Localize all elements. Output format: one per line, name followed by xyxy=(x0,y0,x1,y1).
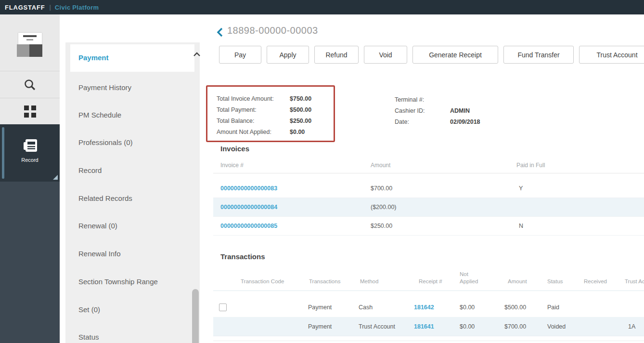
transactions-bottom-divider xyxy=(213,341,644,341)
total-payment-row: Total Payment: $500.00 xyxy=(217,104,311,115)
top-bar: FLAGSTAFF | Civic Platform xyxy=(0,0,644,14)
pay-button[interactable]: Pay xyxy=(219,46,261,64)
nav-item-label: Payment xyxy=(78,53,109,62)
rail-dark-fill xyxy=(0,182,60,343)
transaction-amount: $500.00 xyxy=(504,298,526,317)
transaction-status: Paid xyxy=(547,298,559,317)
total-value: $0.00 xyxy=(290,129,305,135)
date-row: Date: 02/09/2018 xyxy=(395,116,480,127)
payment-toolbar: Pay Apply Refund Void Generate Receipt F… xyxy=(219,46,644,64)
total-value: $250.00 xyxy=(290,118,311,124)
total-label: Amount Not Applied: xyxy=(217,129,290,135)
transaction-type: Payment xyxy=(308,317,332,336)
amount-column-header: Amount xyxy=(508,278,527,285)
nav-item-renewal[interactable]: Renewal (0) xyxy=(78,221,117,231)
meta-label: Date: xyxy=(395,119,450,125)
invoices-header-divider xyxy=(213,173,644,173)
transaction-amount: $700.00 xyxy=(504,317,526,336)
not-applied-value: $0.00 xyxy=(460,317,475,336)
total-label: Total Invoice Amount: xyxy=(217,95,290,102)
transactions-header-divider xyxy=(213,290,644,291)
nav-item-related-records[interactable]: Related Records xyxy=(78,194,132,203)
apply-button[interactable]: Apply xyxy=(267,46,309,64)
status-column-header: Status xyxy=(547,278,563,285)
icon-rail: Record xyxy=(0,14,60,343)
nav-scrollbar[interactable] xyxy=(192,289,199,343)
fund-transfer-button[interactable]: Fund Transfer xyxy=(503,46,574,64)
apps-grid-icon[interactable] xyxy=(0,98,60,125)
record-tile-label: Record xyxy=(0,157,60,163)
logo-block-shape xyxy=(17,44,42,57)
meta-label: Cashier ID: xyxy=(395,107,450,114)
invoice-number-column-header: Invoice # xyxy=(220,162,244,169)
transactions-header-row: Transaction Code Transactions Method Rec… xyxy=(0,265,644,288)
receipt-link[interactable]: 181641 xyxy=(414,317,434,336)
receipt-number-column-header: Receipt # xyxy=(419,278,445,285)
paid-in-full-column-header: Paid in Full xyxy=(516,162,545,169)
terminal-row: Terminal #: xyxy=(395,94,480,105)
meta-value: ADMIN xyxy=(450,107,470,114)
invoice-link[interactable]: 00000000000000083 xyxy=(220,179,277,198)
nav-item-pm-schedule[interactable]: PM Schedule xyxy=(78,110,121,120)
civic-platform-window: FLAGSTAFF | Civic Platform xyxy=(0,0,644,343)
meta-value: 02/09/2018 xyxy=(450,119,480,125)
tile-corner-handle xyxy=(53,175,58,180)
generate-receipt-button[interactable]: Generate Receipt xyxy=(412,46,498,64)
transactions-column-header: Transactions xyxy=(309,278,340,285)
total-invoice-amount-row: Total Invoice Amount: $750.00 xyxy=(217,93,311,104)
cashier-id-row: Cashier ID: ADMIN xyxy=(395,105,480,116)
launchpad-logo-icon[interactable] xyxy=(0,26,60,71)
active-stripe xyxy=(2,127,4,179)
refund-button[interactable]: Refund xyxy=(314,46,359,64)
invoice-amount: ($200.00) xyxy=(371,198,397,217)
search-icon[interactable] xyxy=(0,71,60,98)
transaction-row: Payment Cash 181642 $0.00 $500.00 Paid xyxy=(213,298,644,317)
amount-not-applied-row: Amount Not Applied: $0.00 xyxy=(217,126,311,137)
receipt-link[interactable]: 181642 xyxy=(414,298,434,317)
not-applied-column-header: Not Applied xyxy=(460,271,484,285)
grid-glyph xyxy=(24,106,36,118)
invoice-link[interactable]: 00000000000000085 xyxy=(220,217,277,236)
meta-label: Terminal #: xyxy=(395,96,450,103)
payment-totals: Total Invoice Amount: $750.00 Total Paym… xyxy=(217,93,311,137)
not-applied-value: $0.00 xyxy=(460,298,475,317)
nav-item-payment-history[interactable]: Payment History xyxy=(78,83,131,92)
nav-item-set[interactable]: Set (0) xyxy=(78,305,100,315)
invoice-link[interactable]: 00000000000000084 xyxy=(220,198,277,217)
sidebar-item-record-active[interactable]: Record xyxy=(0,124,60,182)
invoice-paid-flag: N xyxy=(519,217,523,236)
nav-item-record[interactable]: Record xyxy=(78,166,102,175)
record-nav-panel: Payment Payment History PM Schedule Prof… xyxy=(65,42,200,343)
back-chevron-icon[interactable] xyxy=(217,27,223,37)
invoices-section-title: Invoices xyxy=(220,145,249,153)
amount-column-header: Amount xyxy=(371,162,390,169)
total-label: Total Payment: xyxy=(217,106,290,113)
agency-brand: FLAGSTAFF xyxy=(5,4,45,11)
invoice-amount: $700.00 xyxy=(371,179,392,198)
brand-separator: | xyxy=(50,4,51,11)
invoice-row: 00000000000000084 ($200.00) xyxy=(213,198,644,217)
nav-item-payment-active[interactable]: Payment xyxy=(70,44,194,72)
nav-item-professionals[interactable]: Professionals (0) xyxy=(78,138,133,147)
trust-account-button[interactable]: Trust Account xyxy=(579,46,644,64)
product-name: Civic Platform xyxy=(55,4,99,11)
total-label: Total Balance: xyxy=(217,118,290,124)
invoice-amount: $250.00 xyxy=(371,217,392,236)
transaction-row: Payment Trust Account 181641 $0.00 $700.… xyxy=(213,317,644,336)
invoice-row: 00000000000000083 $700.00 Y xyxy=(213,179,644,198)
trust-account-column-header: Trust Account xyxy=(625,278,644,285)
record-file-icon xyxy=(21,137,39,155)
magnifier-glyph xyxy=(23,78,37,92)
nav-item-renewal-info[interactable]: Renewal Info xyxy=(78,249,121,259)
logo-card-shape xyxy=(18,33,42,44)
transaction-checkbox[interactable] xyxy=(219,303,227,311)
received-column-header: Received xyxy=(584,278,607,285)
trust-value: 1A xyxy=(628,317,635,336)
transaction-type: Payment xyxy=(308,298,332,317)
nav-item-status[interactable]: Status xyxy=(78,332,99,342)
total-value: $750.00 xyxy=(290,95,311,102)
total-value: $500.00 xyxy=(290,106,311,113)
transaction-code-column-header: Transaction Code xyxy=(241,278,284,285)
chevron-up-icon[interactable] xyxy=(193,51,201,58)
void-button[interactable]: Void xyxy=(364,46,407,64)
